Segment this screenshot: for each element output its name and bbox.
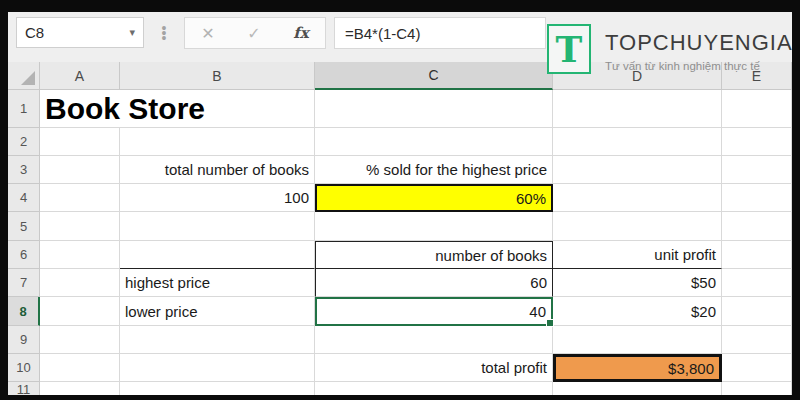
cell-b7[interactable]: highest price	[120, 269, 315, 297]
brand-logo: T TOPCHUYENGIA Tư vấn từ kinh nghiệm thự…	[547, 24, 793, 74]
cell-c5[interactable]	[315, 212, 553, 241]
cell-c8-active[interactable]: 40	[315, 297, 553, 326]
cell-a11[interactable]	[40, 382, 120, 395]
cell-c1[interactable]	[315, 90, 553, 128]
row-header-8[interactable]: 8	[8, 297, 40, 326]
cell-b8[interactable]: lower price	[120, 297, 315, 326]
cell-c2[interactable]	[315, 128, 553, 156]
cell-d11[interactable]	[553, 382, 722, 395]
logo-t-icon: T	[547, 24, 591, 74]
row-header-6[interactable]: 6	[8, 241, 40, 269]
cell-e10[interactable]	[722, 354, 792, 382]
cell-c9[interactable]	[315, 326, 553, 354]
row-header-11[interactable]: 11	[8, 382, 40, 395]
cell-e11[interactable]	[722, 382, 792, 395]
brand-tagline: Tư vấn từ kinh nghiệm thực tế	[605, 60, 793, 72]
cell-c3[interactable]: % sold for the highest price	[315, 156, 553, 184]
cell-a2[interactable]	[40, 128, 120, 156]
row-3: 3 total number of books % sold for the h…	[8, 156, 792, 184]
cell-c6[interactable]: number of books	[315, 241, 553, 269]
cell-a8[interactable]	[40, 297, 120, 326]
row-7: 7 highest price 60 $50	[8, 269, 792, 297]
cell-b10[interactable]	[120, 354, 315, 382]
enter-icon[interactable]: ✓	[247, 24, 260, 43]
cell-b5[interactable]	[120, 212, 315, 241]
formula-buttons: ✕ ✓ fx	[184, 17, 326, 49]
row-8: 8 lower price 40 $20	[8, 297, 792, 326]
brand-title: TOPCHUYENGIA	[605, 30, 793, 56]
cell-a1[interactable]: Book Store	[40, 90, 120, 128]
cell-c7[interactable]: 60	[315, 269, 553, 297]
row-2: 2	[8, 128, 792, 156]
name-box-value: C8	[25, 24, 44, 41]
cell-b9[interactable]	[120, 326, 315, 354]
cell-c10[interactable]: total profit	[315, 354, 553, 382]
select-all-icon	[21, 71, 35, 85]
row-5: 5	[8, 212, 792, 241]
cell-a6[interactable]	[40, 241, 120, 269]
separator-dots-icon: •••	[156, 15, 172, 51]
cell-a3[interactable]	[40, 156, 120, 184]
chevron-down-icon[interactable]: ▾	[129, 26, 135, 39]
row-header-3[interactable]: 3	[8, 156, 40, 184]
fill-handle[interactable]	[546, 319, 554, 327]
insert-function-icon[interactable]: fx	[293, 24, 308, 42]
cell-d9[interactable]	[553, 326, 722, 354]
select-all-button[interactable]	[8, 62, 40, 90]
formula-text: =B4*(1-C4)	[345, 25, 420, 42]
row-4: 4 100 60%	[8, 184, 792, 212]
row-header-9[interactable]: 9	[8, 326, 40, 354]
cell-e5[interactable]	[722, 212, 792, 241]
logo-letter: T	[556, 28, 583, 70]
cell-e9[interactable]	[722, 326, 792, 354]
cell-e2[interactable]	[722, 128, 792, 156]
cell-d4[interactable]	[553, 184, 722, 212]
cell-e6[interactable]	[722, 241, 792, 269]
row-header-1[interactable]: 1	[8, 90, 40, 128]
cell-e1[interactable]	[722, 90, 792, 128]
cell-d1[interactable]	[553, 90, 722, 128]
spreadsheet-grid: A B C D E 1 Book Store 2 3 total number …	[8, 62, 792, 395]
column-header-c[interactable]: C	[315, 62, 553, 90]
cell-a10[interactable]	[40, 354, 120, 382]
row-11: 11	[8, 382, 792, 395]
column-header-a[interactable]: A	[40, 62, 120, 90]
cell-a4[interactable]	[40, 184, 120, 212]
cell-e8[interactable]	[722, 297, 792, 326]
cell-b3[interactable]: total number of books	[120, 156, 315, 184]
row-header-7[interactable]: 7	[8, 269, 40, 297]
cell-d3[interactable]	[553, 156, 722, 184]
row-header-5[interactable]: 5	[8, 212, 40, 241]
cell-a5[interactable]	[40, 212, 120, 241]
cell-c4-highlighted[interactable]: 60%	[315, 184, 553, 212]
cell-d8[interactable]: $20	[553, 297, 722, 326]
cell-d2[interactable]	[553, 128, 722, 156]
cell-b4[interactable]: 100	[120, 184, 315, 212]
cell-d10-highlighted[interactable]: $3,800	[553, 354, 722, 382]
cell-a7[interactable]	[40, 269, 120, 297]
cell-e3[interactable]	[722, 156, 792, 184]
name-box[interactable]: C8 ▾	[16, 17, 144, 48]
cell-b11[interactable]	[120, 382, 315, 395]
row-header-10[interactable]: 10	[8, 354, 40, 382]
cell-d7[interactable]: $50	[553, 269, 722, 297]
row-6: 6 number of books unit profit	[8, 241, 792, 269]
row-header-4[interactable]: 4	[8, 184, 40, 212]
row-9: 9	[8, 326, 792, 354]
cell-d5[interactable]	[553, 212, 722, 241]
cell-e4[interactable]	[722, 184, 792, 212]
cell-a9[interactable]	[40, 326, 120, 354]
row-1: 1 Book Store	[8, 90, 792, 128]
active-cell-value: 40	[529, 303, 546, 320]
cell-b6[interactable]	[120, 241, 315, 269]
cancel-icon[interactable]: ✕	[201, 24, 214, 43]
cell-c11[interactable]	[315, 382, 553, 395]
formula-bar[interactable]: =B4*(1-C4)	[334, 17, 546, 49]
cell-b2[interactable]	[120, 128, 315, 156]
row-header-2[interactable]: 2	[8, 128, 40, 156]
column-header-b[interactable]: B	[120, 62, 315, 90]
cell-d6[interactable]: unit profit	[553, 241, 722, 269]
cell-e7[interactable]	[722, 269, 792, 297]
row-10: 10 total profit $3,800	[8, 354, 792, 382]
